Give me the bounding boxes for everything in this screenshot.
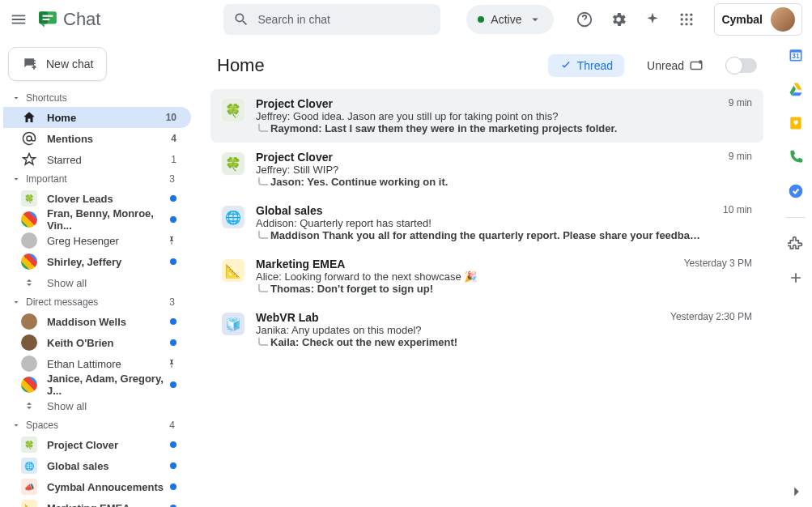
filter-unread-button[interactable]: Unread xyxy=(636,53,715,78)
search-placeholder: Search in chat xyxy=(257,13,330,26)
page-title: Home xyxy=(217,55,265,76)
thread-reply: Raymond: Last I saw them they were in th… xyxy=(256,122,709,134)
sidebar-item-greg[interactable]: Greg Hesenger xyxy=(3,230,191,251)
gear-icon xyxy=(610,11,627,28)
mentions-count: 4 xyxy=(171,133,176,144)
hamburger-menu-button[interactable] xyxy=(10,10,28,29)
space-avatar-icon: 🍀 xyxy=(21,437,37,453)
phone-button[interactable] xyxy=(788,149,804,165)
sidebar-item-maddison[interactable]: Maddison Wells xyxy=(3,311,191,332)
sidebar-item-label: Marketing EMEA xyxy=(47,502,130,508)
profile-switcher[interactable]: Cymbal xyxy=(714,3,802,36)
thread-message: Alice: Looking forward to the next showc… xyxy=(256,271,665,283)
section-shortcuts-header[interactable]: Shortcuts xyxy=(3,89,191,107)
thread-reply: Thomas: Don't forget to sign up! xyxy=(256,283,665,295)
svg-text:31: 31 xyxy=(792,52,800,60)
space-avatar-icon: 📣 xyxy=(21,479,37,495)
sidebar-item-keith[interactable]: Keith O'Brien xyxy=(3,332,191,353)
sidebar-item-marketing-emea[interactable]: 📐 Marketing EMEA xyxy=(3,497,191,507)
help-button[interactable] xyxy=(575,10,594,29)
status-active-icon xyxy=(478,16,484,23)
sidebar-item-global-sales[interactable]: 🌐 Global sales xyxy=(3,455,191,476)
section-dm-label: Direct messages xyxy=(26,296,98,308)
settings-button[interactable] xyxy=(609,10,628,29)
person-avatar-icon xyxy=(21,334,37,351)
unread-icon xyxy=(689,58,704,73)
unread-dot-icon xyxy=(170,195,176,202)
group-avatar-icon xyxy=(21,254,37,270)
unread-dot-icon xyxy=(170,318,176,325)
thread-list: 🍀 Project Clover Jeffrey: Good idea. Jas… xyxy=(210,89,763,356)
space-avatar-icon: 🍀 xyxy=(21,190,37,207)
apps-button[interactable] xyxy=(677,10,696,29)
calendar-icon: 31 xyxy=(788,47,804,63)
thread-avatar-icon: 🧊 xyxy=(222,313,244,335)
sidebar-item-ethan[interactable]: Ethan Lattimore xyxy=(3,353,191,374)
thread-item[interactable]: 📐 Marketing EMEA Alice: Looking forward … xyxy=(210,249,763,303)
drive-icon xyxy=(788,81,804,97)
person-avatar-icon xyxy=(21,232,37,249)
sidebar-item-label: Clover Leads xyxy=(47,193,113,205)
group-avatar-icon xyxy=(21,377,37,393)
section-dm-header[interactable]: Direct messages 3 xyxy=(3,293,191,311)
thread-avatar-icon: 🍀 xyxy=(222,152,244,175)
thread-item[interactable]: 🧊 WebVR Lab Janika: Any updates on this … xyxy=(210,303,763,356)
search-box[interactable]: Search in chat xyxy=(223,4,440,35)
chevron-down-icon xyxy=(11,420,21,430)
show-all-dm[interactable]: Show all xyxy=(3,395,191,416)
sidebar-item-group-fran[interactable]: Fran, Benny, Monroe, Vin... xyxy=(3,209,191,230)
unread-toggle[interactable] xyxy=(726,58,757,73)
section-spaces-header[interactable]: Spaces 4 xyxy=(3,416,191,434)
sidebar-item-project-clover[interactable]: 🍀 Project Clover xyxy=(3,434,191,455)
chat-logo-icon xyxy=(37,9,58,30)
add-button[interactable] xyxy=(788,270,804,286)
sidebar-item-group-shirley[interactable]: Shirley, Jeffery xyxy=(3,251,191,272)
sidebar-item-home[interactable]: Home 10 xyxy=(3,107,191,128)
keep-button[interactable] xyxy=(788,115,804,131)
sidebar: New chat Shortcuts Home 10 Mentions 4 St… xyxy=(0,39,194,507)
section-spaces-label: Spaces xyxy=(26,420,58,431)
thread-reply: Maddison Thank you all for attending the… xyxy=(256,229,704,241)
apps-grid-icon xyxy=(678,11,695,28)
new-chat-icon xyxy=(22,56,38,72)
profile-name: Cymbal xyxy=(721,13,763,26)
home-icon xyxy=(22,110,36,125)
section-important-header[interactable]: Important 3 xyxy=(3,170,191,188)
tasks-icon xyxy=(788,183,804,199)
thread-timestamp: 9 min xyxy=(729,151,752,188)
thread-title: Global sales xyxy=(256,204,704,217)
sidebar-item-label: Cymbal Annoucements xyxy=(47,481,164,493)
sidebar-item-label: Shirley, Jeffery xyxy=(47,256,121,268)
svg-point-12 xyxy=(686,23,688,25)
search-icon xyxy=(233,11,249,28)
thread-item[interactable]: 🍀 Project Clover Jeffrey: Good idea. Jas… xyxy=(210,89,763,143)
collapse-rail-button[interactable] xyxy=(788,483,806,501)
tasks-button[interactable] xyxy=(788,183,804,199)
show-all-important[interactable]: Show all xyxy=(3,272,191,293)
chevron-down-icon xyxy=(11,93,21,103)
sparkle-icon xyxy=(644,11,661,28)
thread-item[interactable]: 🌐 Global sales Addison: Quarterly report… xyxy=(210,196,763,249)
addons-button[interactable] xyxy=(788,236,804,252)
sidebar-item-mentions[interactable]: Mentions 4 xyxy=(3,128,191,149)
main-header: Home Thread Unread xyxy=(210,49,763,89)
thread-timestamp: 9 min xyxy=(729,97,752,134)
sidebar-item-clover-leads[interactable]: 🍀 Clover Leads xyxy=(3,188,191,209)
unread-dot-icon xyxy=(170,339,176,346)
app-logo[interactable]: Chat xyxy=(37,9,100,30)
sparkle-button[interactable] xyxy=(643,10,662,29)
calendar-button[interactable]: 31 xyxy=(788,47,804,63)
status-dropdown[interactable]: Active xyxy=(466,5,554,34)
new-chat-button[interactable]: New chat xyxy=(8,47,107,81)
drive-button[interactable] xyxy=(788,81,804,97)
filter-thread-button[interactable]: Thread xyxy=(548,54,624,77)
sidebar-item-label: Starred xyxy=(47,154,82,166)
svg-point-8 xyxy=(681,18,683,20)
sidebar-item-group-janice[interactable]: Janice, Adam, Gregory, J... xyxy=(3,374,191,395)
sidebar-item-starred[interactable]: Starred 1 xyxy=(3,149,191,170)
svg-rect-2 xyxy=(43,15,53,17)
section-important-label: Important xyxy=(26,173,67,185)
thread-item[interactable]: 🍀 Project Clover Jeffrey: Still WIP? Jas… xyxy=(210,143,763,196)
sidebar-item-cymbal-announcements[interactable]: 📣 Cymbal Annoucements xyxy=(3,476,191,497)
thread-title: Project Clover xyxy=(256,97,709,110)
